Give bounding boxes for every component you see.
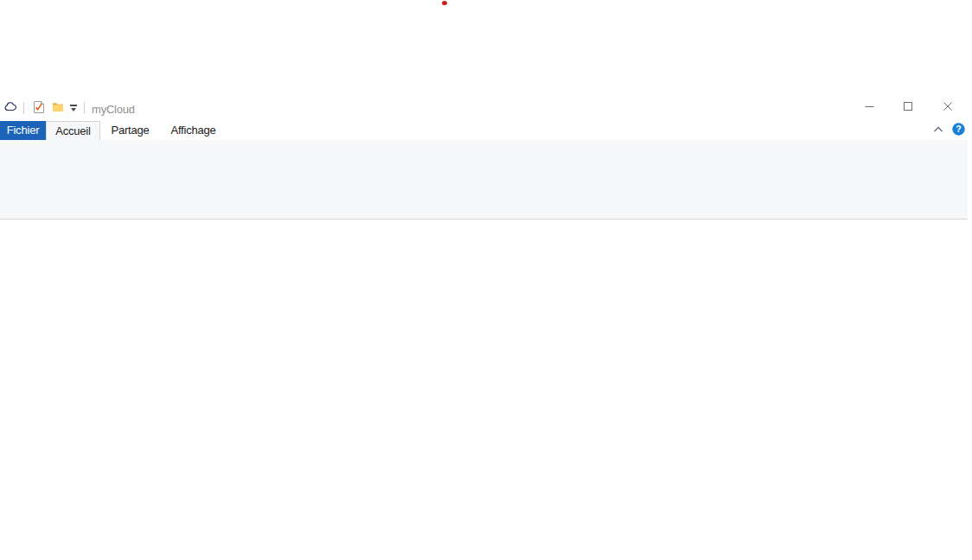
svg-text:?: ? bbox=[956, 124, 961, 134]
